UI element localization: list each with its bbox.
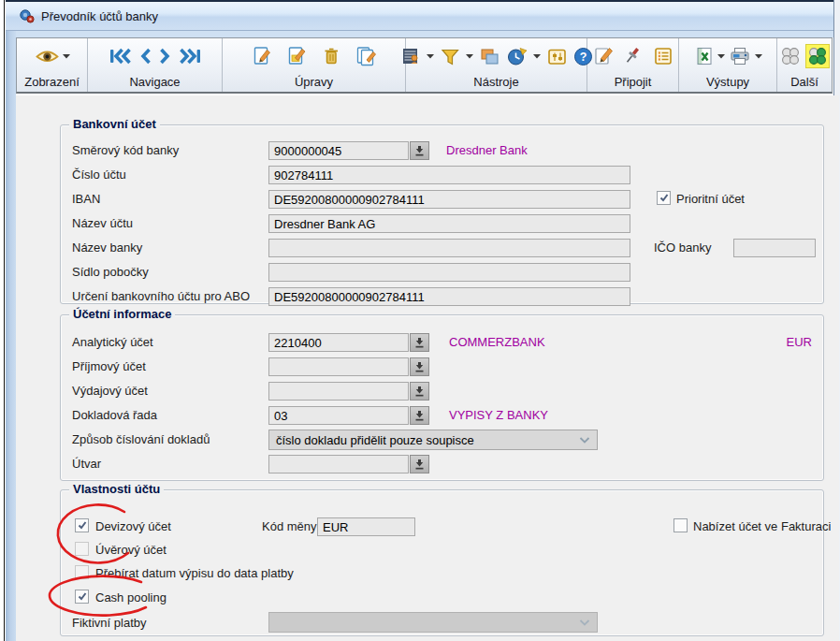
checkbox-label: Prioritní účet — [676, 192, 745, 206]
field-label: Sídlo pobočky — [72, 265, 149, 279]
check-icon — [659, 194, 669, 202]
svg-text:?: ? — [579, 51, 587, 64]
analyticky-ucet-lookup-button[interactable] — [410, 333, 429, 352]
lookup-arrow-icon — [414, 145, 425, 156]
last-record-icon[interactable] — [179, 48, 202, 65]
field-label: Příjmový účet — [72, 359, 146, 373]
filter-records-dropdown-icon[interactable] — [427, 54, 434, 59]
toolbar: Zobrazení — [16, 37, 833, 94]
checkbox-label: Devizový účet — [95, 519, 171, 533]
vydajovy-ucet-field[interactable] — [268, 382, 409, 401]
history-icon[interactable] — [506, 46, 528, 66]
history-dropdown-icon[interactable] — [533, 54, 541, 59]
previous-record-icon[interactable] — [139, 48, 152, 65]
devizovy-ucet-checkbox[interactable] — [75, 518, 89, 532]
nazev-banky-field[interactable] — [268, 239, 630, 257]
cash-pooling-checkbox[interactable] — [75, 590, 89, 604]
field-label: Číslo účtu — [72, 168, 126, 182]
toolbar-group-upravy: Úpravy — [223, 38, 406, 92]
utvar-lookup-button[interactable] — [410, 455, 429, 473]
app-icon — [19, 7, 36, 24]
checkbox-label: Úvěrový účet — [95, 543, 167, 557]
field-label: Způsob číslování dokladů — [72, 432, 210, 446]
new-record-icon[interactable] — [252, 46, 272, 66]
iban-field[interactable] — [268, 190, 630, 209]
toolbar-group-label: Zobrazení — [24, 74, 80, 90]
toolbar-group-nastroje: ? Nástroje — [406, 38, 587, 92]
fiktivni-platby-combobox[interactable] — [268, 612, 598, 633]
cislo-uctu-field[interactable] — [268, 166, 630, 184]
titlebar[interactable]: Převodník účtů banky — [6, 0, 833, 31]
dialog-window: Převodník účtů banky — [6, 0, 834, 641]
background-window-edge — [4, 0, 5, 641]
smerovy-kod-field[interactable] — [268, 141, 409, 160]
view-eye-icon[interactable] — [35, 49, 60, 65]
field-label: Útvar — [72, 457, 101, 471]
abo-field[interactable] — [268, 287, 630, 306]
kod-meny-field[interactable] — [317, 517, 415, 536]
field-label: IBAN — [72, 192, 100, 206]
pin-icon[interactable] — [624, 46, 643, 66]
filter-icon[interactable] — [440, 47, 460, 66]
filter-dropdown-icon[interactable] — [466, 54, 473, 59]
field-label: Určení bankovního účtu pro ABO — [72, 289, 250, 303]
view-dropdown-arrow-icon[interactable] — [63, 54, 70, 59]
field-label: Směrový kód banky — [72, 143, 179, 157]
check-icon — [78, 592, 87, 601]
dokladova-rada-field[interactable] — [268, 406, 409, 425]
checkbox-label: Cash pooling — [95, 590, 167, 605]
lookup-arrow-icon — [414, 361, 425, 372]
first-record-icon[interactable] — [109, 48, 132, 65]
groupbox-bankovni-ucet: Bankovní účet Směrový kód banky Dresdner… — [60, 124, 824, 304]
dokladova-linked-text: VYPISY Z BANKY — [449, 408, 548, 422]
utvar-field[interactable] — [268, 455, 409, 473]
uverovy-ucet-checkbox[interactable] — [75, 542, 89, 556]
print-icon[interactable] — [729, 46, 751, 66]
prijmovy-ucet-field[interactable] — [268, 357, 409, 376]
edit-record-icon[interactable] — [286, 46, 307, 66]
lookup-arrow-icon — [414, 410, 425, 421]
clover-gray-icon[interactable] — [780, 46, 801, 66]
toolbar-group-vystupy: Výstupy — [679, 38, 777, 92]
groupbox-title: Vlastnosti účtu — [69, 482, 164, 496]
excel-dropdown-icon[interactable] — [717, 54, 725, 59]
prebirat-datum-checkbox[interactable] — [75, 565, 89, 579]
currency-linked-text: EUR — [787, 335, 812, 349]
lookup-arrow-icon — [414, 386, 425, 397]
combobox-value: číslo dokladu přidělit pouze soupisce — [276, 433, 474, 447]
next-record-icon[interactable] — [159, 48, 171, 65]
clover-green-highlight — [806, 45, 829, 67]
toolbar-group-dalsi: Další — [777, 38, 832, 92]
delete-record-icon[interactable] — [321, 46, 341, 66]
excel-export-icon[interactable] — [694, 46, 714, 66]
prijmovy-ucet-lookup-button[interactable] — [410, 357, 429, 376]
smerovy-kod-lookup-button[interactable] — [410, 141, 429, 160]
tasks-icon[interactable] — [653, 46, 673, 66]
filter-records-icon[interactable] — [400, 46, 421, 66]
clover-green-icon[interactable] — [807, 46, 828, 66]
groupbox-vlastnosti-uctu: Vlastnosti účtu Devizový účet Kód měny N… — [60, 489, 824, 636]
chevron-down-icon — [579, 619, 590, 626]
batch-pages-icon[interactable] — [479, 47, 500, 66]
prioritni-ucet-checkbox[interactable] — [657, 191, 671, 205]
analyticky-ucet-field[interactable] — [268, 333, 409, 352]
checkbox-label: Přebírat datum výpisu do data platby — [95, 566, 294, 580]
print-dropdown-icon[interactable] — [755, 54, 762, 59]
field-label: Dokladová řada — [72, 408, 157, 422]
field-label: Fiktivní platby — [72, 616, 146, 630]
window-title: Převodník účtů banky — [41, 9, 158, 23]
chevron-down-icon — [579, 437, 590, 444]
settings-sliders-icon[interactable] — [546, 47, 568, 66]
toolbar-group-label: Nástroje — [473, 74, 518, 90]
nabizet-ucet-checkbox[interactable] — [673, 518, 688, 532]
note-icon[interactable] — [593, 46, 614, 66]
screen: Převodník účtů banky — [0, 0, 840, 641]
vydajovy-ucet-lookup-button[interactable] — [410, 382, 429, 401]
nazev-uctu-field[interactable] — [268, 214, 630, 233]
sidlo-pobocky-field[interactable] — [268, 263, 630, 282]
copy-record-icon[interactable] — [355, 46, 377, 66]
field-label: Kód měny — [262, 519, 317, 533]
ico-banky-field[interactable] — [733, 239, 816, 257]
dokladova-rada-lookup-button[interactable] — [410, 406, 429, 425]
zpusob-cislovani-combobox[interactable]: číslo dokladu přidělit pouze soupisce — [268, 430, 598, 450]
